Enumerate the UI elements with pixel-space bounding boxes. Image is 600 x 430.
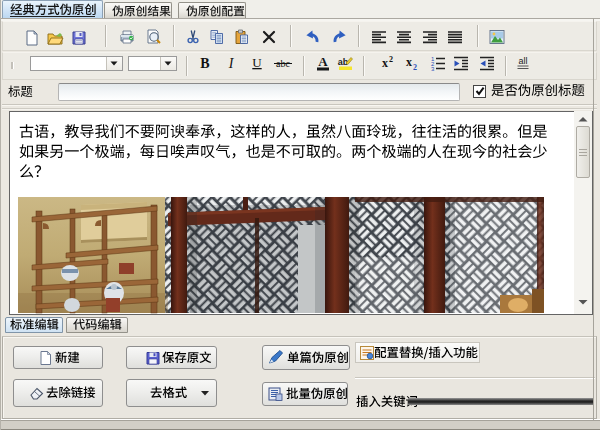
svg-text:3: 3 <box>431 66 435 72</box>
svg-text:B: B <box>200 56 209 71</box>
svg-text:2: 2 <box>413 63 417 72</box>
svg-text:A: A <box>318 54 328 69</box>
svg-text:U: U <box>252 55 262 70</box>
svg-text:x: x <box>406 55 412 69</box>
svg-text:x: x <box>382 56 388 70</box>
svg-text:all: all <box>518 56 527 66</box>
svg-text:2: 2 <box>389 55 393 64</box>
svg-text:I: I <box>228 56 235 71</box>
